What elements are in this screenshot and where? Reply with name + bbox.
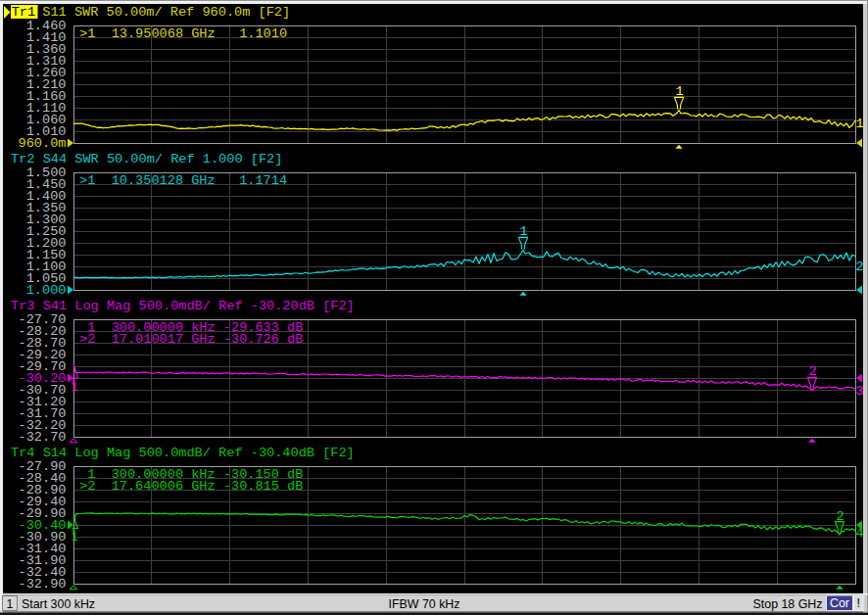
svg-text:Tr1: Tr1	[12, 5, 35, 20]
svg-text:>1 13.950068 GHz 1.1010: >1 13.950068 GHz 1.1010	[79, 26, 287, 41]
svg-text:Tr2 S44 SWR 50.00m/ Ref 1.000: Tr2 S44 SWR 50.00m/ Ref 1.000 [F2]	[11, 152, 282, 166]
svg-text:Tr4 S14 Log Mag 500.0mdB/ Ref: Tr4 S14 Log Mag 500.0mdB/ Ref -30.40dB […	[11, 446, 355, 460]
svg-text:IFBW 70 kHz: IFBW 70 kHz	[389, 597, 460, 611]
svg-text:1.000: 1.000	[26, 283, 67, 298]
svg-text:-32.70: -32.70	[19, 430, 67, 445]
svg-text:>2 17.010017 GHz -30.726 dB: >2 17.010017 GHz -30.726 dB	[79, 332, 303, 347]
svg-text:1: 1	[519, 224, 527, 239]
svg-text:>1 10.350128 GHz 1.1714: >1 10.350128 GHz 1.1714	[79, 173, 287, 188]
svg-text:>2 17.640006 GHz -30.815 dB: >2 17.640006 GHz -30.815 dB	[79, 479, 303, 494]
svg-text:3: 3	[855, 384, 863, 399]
svg-text:1: 1	[7, 597, 14, 611]
svg-text:Stop 18 GHz: Stop 18 GHz	[753, 597, 823, 611]
svg-text:Start 300 kHz: Start 300 kHz	[22, 597, 95, 611]
svg-text:1: 1	[855, 117, 863, 131]
svg-text:1: 1	[675, 84, 683, 99]
svg-text:S11 SWR 50.00m/ Ref 960.0m [F2: S11 SWR 50.00m/ Ref 960.0m [F2]	[42, 5, 290, 20]
svg-text:2: 2	[855, 260, 863, 274]
svg-text:4: 4	[855, 526, 863, 541]
svg-text:2: 2	[808, 364, 816, 379]
svg-text:-32.90: -32.90	[19, 577, 67, 591]
svg-text:Cor: Cor	[830, 596, 849, 610]
svg-text:2: 2	[836, 509, 844, 524]
svg-text:!: !	[857, 596, 860, 610]
svg-text:Tr3 S41 Log Mag 500.0mdB/ Ref: Tr3 S41 Log Mag 500.0mdB/ Ref -30.20dB […	[11, 299, 355, 313]
svg-text:960.0m: 960.0m	[19, 136, 67, 151]
